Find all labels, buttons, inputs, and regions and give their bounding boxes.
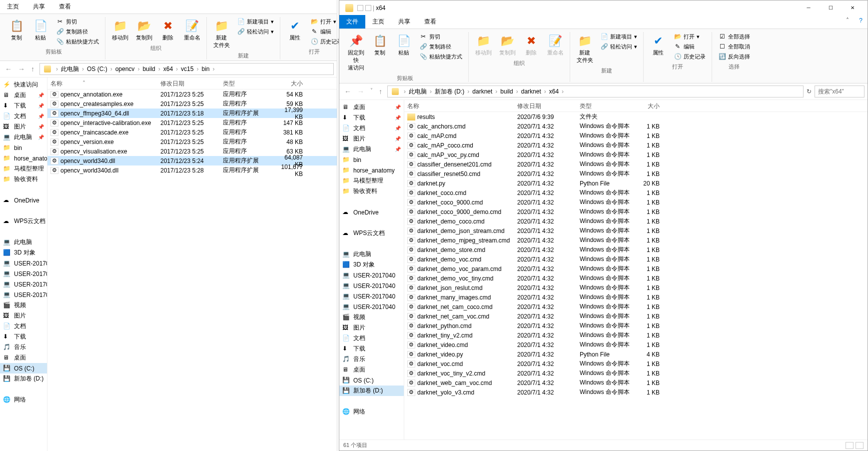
copy-to-button[interactable]: 📂复制到: [497, 32, 518, 58]
file-row[interactable]: ⚙darknet_demo_store.cmd2020/7/1 4:32Wind…: [404, 245, 868, 254]
breadcrumb-segment[interactable]: 此电脑: [61, 65, 79, 74]
file-row[interactable]: ⚙classifier_densenet201.cmd2020/7/1 4:32…: [404, 160, 868, 169]
new-folder-button[interactable]: 📁新建 文件夹: [574, 32, 595, 65]
breadcrumb[interactable]: ›此电脑›OS (C:)›opencv›build›x64›vc15›bin›: [39, 63, 334, 75]
sidebar-item[interactable]: 📁验收资料: [339, 186, 404, 196]
file-row[interactable]: results2020/7/6 9:39文件夹: [404, 112, 868, 122]
sidebar-item[interactable]: 📁horse_anatomy: [339, 165, 404, 176]
sidebar-item[interactable]: [339, 396, 404, 406]
sidebar-item[interactable]: 📄文档📌: [0, 111, 47, 122]
edit-button[interactable]: ✎编辑: [672, 42, 708, 51]
sidebar-item[interactable]: 📁bin: [339, 154, 404, 165]
file-row[interactable]: ⚙opencv_annotation.exe2017/12/23 5:25应用程…: [47, 90, 337, 99]
sidebar-item[interactable]: 📁马模型整理: [339, 176, 404, 186]
breadcrumb-segment[interactable]: bin: [201, 66, 209, 72]
sidebar-item[interactable]: 🎬视频: [339, 312, 404, 322]
sidebar-item[interactable]: ☁OneDrive: [339, 207, 404, 218]
sidebar-item[interactable]: 💻USER-20170403VR: [0, 290, 47, 300]
sidebar-item[interactable]: ⚡快速访问: [0, 80, 47, 90]
file-row[interactable]: ⚙opencv_traincascade.exe2017/12/23 5:25应…: [47, 128, 337, 137]
help-button[interactable]: ?: [854, 15, 868, 28]
tab-share[interactable]: 共享: [26, 0, 52, 14]
new-item-button[interactable]: 📄新建项目 ▾: [598, 32, 639, 41]
open-button[interactable]: 📂打开 ▾: [672, 32, 708, 41]
search-input[interactable]: [815, 86, 865, 98]
sidebar-item[interactable]: [0, 384, 47, 394]
file-row[interactable]: ⚙darknet_yolo_v3.cmd2020/7/1 4:32Windows…: [404, 388, 868, 397]
sidebar-item[interactable]: 📄文档📌: [339, 123, 404, 134]
sidebar-item[interactable]: 🖥桌面📌: [339, 102, 404, 112]
sidebar-item[interactable]: 🖼图片📌: [0, 122, 47, 132]
back-button[interactable]: ←: [3, 65, 14, 73]
sidebar-item[interactable]: 📁horse_anatomy: [0, 153, 47, 164]
breadcrumb[interactable]: ›此电脑›新加卷 (D:)›darknet›build›darknet›x64›: [387, 86, 804, 98]
icons-view-button[interactable]: [856, 442, 864, 449]
easy-access-button[interactable]: 🔗轻松访问 ▾: [598, 42, 639, 51]
file-row[interactable]: ⚙darknet_net_cam_voc.cmd2020/7/1 4:32Win…: [404, 312, 868, 321]
file-row[interactable]: ⚙darknet_voc.cmd2020/7/1 4:32Windows 命令脚…: [404, 359, 868, 368]
sidebar-item[interactable]: 🖥桌面: [0, 352, 47, 363]
sidebar-item[interactable]: 🟦3D 对象: [339, 260, 404, 270]
sidebar-item[interactable]: 💻USER-2017040: [339, 280, 404, 291]
file-row[interactable]: ⚙calc_mAP.cmd2020/7/1 4:32Windows 命令脚本1 …: [404, 131, 868, 140]
tab-home[interactable]: 主页: [0, 0, 26, 14]
file-row[interactable]: ⚙darknet_tiny_v2.cmd2020/7/1 4:32Windows…: [404, 330, 868, 340]
delete-button[interactable]: ✖删除: [521, 32, 542, 58]
sidebar-item[interactable]: ☁WPS云文档: [339, 228, 404, 238]
sidebar-item[interactable]: 💻此电脑: [339, 249, 404, 260]
delete-button[interactable]: ✖删除: [157, 17, 178, 42]
right-sidebar[interactable]: 🖥桌面📌⬇下载📌📄文档📌🖼图片📌💻此电脑📌📁bin📁horse_anatomy📁…: [339, 100, 404, 440]
forward-button[interactable]: →: [355, 88, 366, 96]
sidebar-item[interactable]: [0, 206, 47, 216]
paste-button[interactable]: 📄粘贴: [30, 17, 51, 42]
sidebar-item[interactable]: 🎬视频: [0, 300, 47, 310]
breadcrumb-segment[interactable]: OS (C:): [87, 66, 107, 72]
file-row[interactable]: ⚙calc_anchors.cmd2020/7/1 4:32Windows 命令…: [404, 122, 868, 131]
file-row[interactable]: ⚙darknet_demo_voc_param.cmd2020/7/1 4:32…: [404, 264, 868, 274]
rename-button[interactable]: 📝重命名: [545, 32, 566, 58]
properties-button[interactable]: ✔属性: [648, 32, 669, 58]
cut-button[interactable]: ✂剪切: [417, 32, 464, 41]
new-item-button[interactable]: 📄新建项目 ▾: [235, 17, 276, 26]
file-row[interactable]: ⚙classifier_resnet50.cmd2020/7/1 4:32Win…: [404, 169, 868, 178]
sidebar-item[interactable]: 🌐网络: [339, 406, 404, 417]
file-row[interactable]: ⚙darknet_demo_voc.cmd2020/7/1 4:32Window…: [404, 254, 868, 264]
maximize-button[interactable]: ☐: [820, 0, 842, 15]
breadcrumb-segment[interactable]: 此电脑: [409, 88, 427, 96]
invert-select-button[interactable]: 🔃反向选择: [716, 52, 752, 61]
file-row[interactable]: ⚙darknet_json_reslut.cmd2020/7/1 4:32Win…: [404, 283, 868, 292]
sidebar-item[interactable]: 💻USER-2017040: [339, 270, 404, 280]
sidebar-item[interactable]: 📄文档: [339, 333, 404, 344]
sidebar-item[interactable]: 💾新加卷 (D:): [339, 386, 404, 396]
minimize-button[interactable]: ─: [798, 0, 820, 15]
sidebar-item[interactable]: 💻USER-2017040: [339, 291, 404, 302]
back-button[interactable]: ←: [342, 88, 353, 96]
breadcrumb-segment[interactable]: build: [142, 66, 155, 72]
sidebar-item[interactable]: ☁WPS云文档: [0, 216, 47, 226]
column-headers[interactable]: 名称˄ 修改日期 类型 大小: [47, 78, 337, 90]
cut-button[interactable]: ✂剪切: [54, 17, 101, 26]
paste-button[interactable]: 📄粘贴: [393, 32, 414, 58]
sidebar-item[interactable]: 💻USER-20170403VR: [0, 268, 47, 279]
file-row[interactable]: ⚙calc_mAP_coco.cmd2020/7/1 4:32Windows 命…: [404, 140, 868, 150]
forward-button[interactable]: →: [16, 65, 27, 73]
sidebar-item[interactable]: ⬇下载📌: [0, 100, 47, 111]
sidebar-item[interactable]: 💻USER-20170403VR: [0, 258, 47, 268]
titlebar[interactable]: | x64 ─ ☐ ✕: [339, 0, 868, 15]
sidebar-item[interactable]: [0, 226, 47, 237]
close-button[interactable]: ✕: [842, 0, 864, 15]
recent-button[interactable]: ˅: [368, 88, 375, 96]
file-row[interactable]: ⚙darknet_demo_json_stream.cmd2020/7/1 4:…: [404, 226, 868, 236]
copy-path-button[interactable]: 🔗复制路径: [54, 27, 101, 36]
sidebar-item[interactable]: 🖼图片📌: [339, 134, 404, 144]
sidebar-item[interactable]: 💻此电脑📌: [339, 144, 404, 154]
file-row[interactable]: ⚙calc_mAP_voc_py.cmd2020/7/1 4:32Windows…: [404, 150, 868, 160]
file-row[interactable]: ⚙darknet_coco_9000.cmd2020/7/1 4:32Windo…: [404, 198, 868, 207]
file-row[interactable]: ⚙opencv_ffmpeg340_64.dll2017/12/23 5:18应…: [47, 108, 337, 118]
sidebar-item[interactable]: 🟦3D 对象: [0, 248, 47, 258]
history-button[interactable]: 🕓历史记录: [672, 52, 708, 61]
sidebar-item[interactable]: ⬇下载: [0, 332, 47, 342]
paste-shortcut-button[interactable]: 📎粘贴快捷方式: [417, 52, 464, 61]
tab-view[interactable]: 查看: [417, 15, 443, 28]
sidebar-item[interactable]: [339, 196, 404, 207]
